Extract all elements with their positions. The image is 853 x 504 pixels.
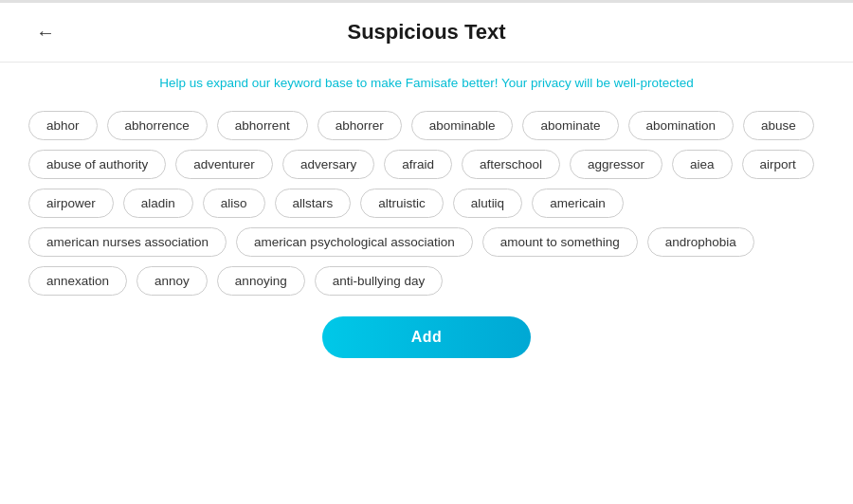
tag-item[interactable]: american nurses association: [28, 227, 227, 257]
page-title: Suspicious Text: [347, 20, 505, 45]
tag-item[interactable]: amount to something: [482, 227, 638, 257]
add-button[interactable]: Add: [322, 316, 531, 358]
footer: Add: [0, 303, 853, 368]
tag-item[interactable]: abhorrer: [318, 111, 402, 140]
tag-item[interactable]: airport: [742, 150, 814, 179]
tag-item[interactable]: annoying: [217, 266, 305, 296]
tag-item[interactable]: americain: [532, 189, 624, 218]
tag-item[interactable]: abhorrence: [107, 111, 208, 140]
subtitle-text: Help us expand our keyword base to make …: [0, 63, 853, 103]
tag-item[interactable]: abuse of authority: [28, 150, 166, 179]
tag-item[interactable]: annexation: [28, 266, 127, 296]
tag-item[interactable]: anti-bullying day: [315, 266, 444, 296]
tag-item[interactable]: abomination: [628, 111, 735, 140]
back-button[interactable]: ←: [28, 18, 63, 47]
tag-item[interactable]: abhorrent: [217, 111, 308, 140]
tag-item[interactable]: alutiiq: [453, 189, 522, 218]
tag-item[interactable]: aliso: [203, 189, 265, 218]
tag-item[interactable]: adventurer: [175, 150, 273, 179]
tags-container: abhorabhorrenceabhorrentabhorrerabominab…: [0, 103, 853, 303]
tag-item[interactable]: annoy: [136, 266, 208, 296]
tag-item[interactable]: abominable: [411, 111, 514, 140]
tag-item[interactable]: aladin: [123, 189, 193, 218]
page-header: ← Suspicious Text: [0, 3, 853, 63]
tag-item[interactable]: afraid: [384, 150, 452, 179]
tag-item[interactable]: abominate: [522, 111, 618, 140]
tag-item[interactable]: american psychological association: [236, 227, 473, 257]
tag-item[interactable]: aggressor: [570, 150, 662, 179]
tag-item[interactable]: altruistic: [360, 189, 444, 218]
tag-item[interactable]: allstars: [275, 189, 352, 218]
tag-item[interactable]: abuse: [743, 111, 814, 140]
tag-item[interactable]: afterschool: [462, 150, 560, 179]
tag-item[interactable]: androphobia: [647, 227, 754, 257]
tag-item[interactable]: abhor: [28, 111, 98, 140]
tag-item[interactable]: aiea: [672, 150, 733, 179]
tag-item[interactable]: airpower: [28, 189, 114, 218]
tag-item[interactable]: adversary: [282, 150, 374, 179]
